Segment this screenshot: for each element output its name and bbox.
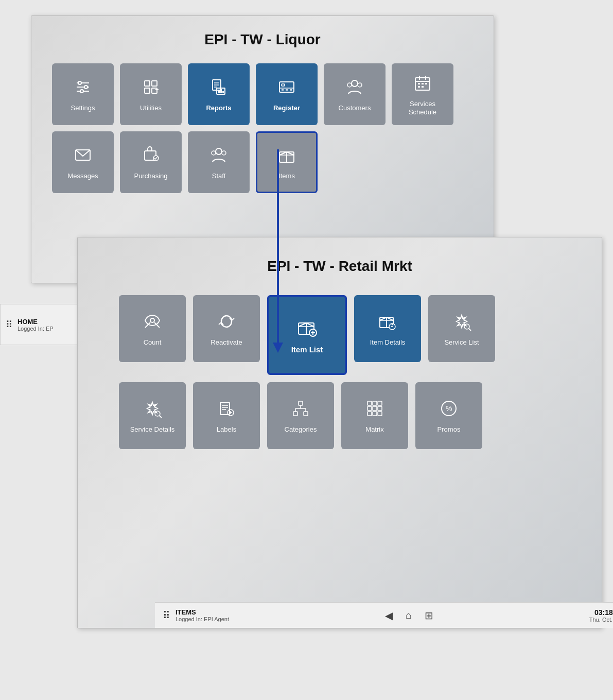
customers-icon	[344, 77, 365, 100]
status-time-area: 03:18:24 PM Thu. Oct. 13, 2022	[589, 608, 613, 623]
svg-point-3	[78, 81, 81, 84]
customers-label: Customers	[339, 104, 371, 112]
grid-icon[interactable]: ⊞	[425, 609, 433, 622]
register-icon	[276, 77, 297, 100]
tile-promos[interactable]: % Promos	[415, 382, 482, 449]
tile-service-list[interactable]: Service List	[428, 295, 495, 362]
purchasing-icon	[141, 145, 161, 168]
tile-reactivate[interactable]: Reactivate	[193, 295, 260, 362]
tile-messages[interactable]: Messages	[52, 131, 114, 193]
reports-label: Reports	[206, 104, 231, 112]
tile-matrix[interactable]: Matrix	[341, 382, 408, 449]
bottom-sidebar-dots-icon[interactable]: ⠿	[163, 609, 170, 622]
svg-rect-84	[367, 406, 372, 411]
tile-items[interactable]: Items	[256, 131, 318, 193]
svg-rect-36	[418, 86, 420, 88]
tile-settings[interactable]: Settings	[52, 63, 114, 125]
sidebar-text: HOME Logged In: EP	[17, 318, 54, 332]
tile-count[interactable]: Count	[119, 295, 186, 362]
svg-rect-23	[282, 89, 284, 91]
retail-window: EPI - TW - Retail Mrkt Count	[77, 237, 602, 628]
home-icon[interactable]: ⌂	[406, 609, 412, 621]
svg-point-62	[392, 323, 393, 325]
bottom-logged: Logged In: EPI Agent	[176, 616, 229, 622]
item-list-label: Item List	[291, 345, 323, 354]
staff-label: Staff	[212, 172, 226, 180]
time-display: 03:18:24 PM	[589, 608, 613, 617]
svg-line-64	[469, 329, 471, 331]
svg-rect-6	[145, 81, 150, 86]
svg-rect-67	[220, 402, 230, 415]
svg-rect-89	[378, 412, 382, 416]
tile-purchasing[interactable]: Purchasing	[120, 131, 182, 193]
svg-rect-83	[378, 401, 382, 405]
tile-item-details[interactable]: Item Details	[354, 295, 421, 362]
svg-rect-33	[418, 83, 420, 84]
back-icon[interactable]: ◀	[385, 609, 393, 622]
svg-point-5	[80, 90, 83, 93]
svg-rect-18	[220, 89, 222, 93]
utilities-label: Utilities	[140, 104, 162, 112]
svg-point-43	[222, 151, 226, 155]
settings-label: Settings	[71, 104, 95, 112]
tile-item-list[interactable]: Item List	[267, 295, 347, 375]
svg-point-65	[155, 411, 160, 416]
liquor-menu-grid: Settings Utilities	[31, 58, 494, 198]
svg-point-49	[150, 318, 154, 322]
tile-register[interactable]: Register	[256, 63, 318, 125]
service-list-label: Service List	[444, 338, 479, 347]
sidebar-dots-icon[interactable]: ⠿	[6, 319, 12, 330]
svg-rect-82	[373, 401, 377, 405]
svg-rect-19	[222, 91, 224, 93]
tile-service-details[interactable]: Service Details	[119, 382, 186, 449]
svg-rect-74	[299, 401, 303, 405]
svg-point-63	[464, 324, 469, 329]
svg-rect-75	[293, 412, 297, 416]
promos-icon: %	[439, 398, 459, 421]
tile-staff[interactable]: Staff	[188, 131, 250, 193]
svg-rect-9	[152, 88, 157, 93]
svg-rect-37	[422, 86, 424, 88]
tile-reports[interactable]: Reports	[188, 63, 250, 125]
liquor-title: EPI - TW - Liquor	[31, 16, 494, 58]
svg-point-28	[358, 83, 362, 87]
svg-rect-17	[218, 90, 220, 93]
tile-customers[interactable]: Customers	[324, 63, 386, 125]
tile-services-schedule[interactable]: Services Schedule	[392, 63, 453, 125]
item-details-icon	[377, 311, 398, 334]
svg-point-41	[216, 148, 222, 155]
svg-line-66	[160, 416, 162, 418]
svg-point-26	[352, 80, 358, 87]
count-icon	[142, 311, 163, 334]
register-label: Register	[273, 104, 300, 112]
sidebar-partial: ⠿ HOME Logged In: EP	[0, 304, 82, 345]
categories-label: Categories	[285, 425, 317, 434]
utilities-icon	[141, 77, 161, 100]
status-center-nav: ◀ ⌂ ⊞	[385, 609, 433, 622]
service-details-label: Service Details	[130, 425, 175, 434]
tile-utilities[interactable]: Utilities	[120, 63, 182, 125]
messages-label: Messages	[67, 172, 98, 180]
services-schedule-label: Services Schedule	[397, 100, 448, 116]
svg-rect-81	[367, 401, 372, 405]
purchasing-label: Purchasing	[134, 172, 167, 180]
svg-rect-35	[425, 83, 427, 84]
svg-text:%: %	[446, 404, 452, 413]
tile-categories[interactable]: Categories	[267, 382, 334, 449]
settings-icon	[73, 77, 93, 100]
svg-point-4	[84, 86, 87, 89]
reactivate-label: Reactivate	[211, 338, 242, 347]
service-list-icon	[451, 311, 472, 334]
status-right: 03:18:24 PM Thu. Oct. 13, 2022 🔓 ☰	[589, 608, 613, 623]
reports-icon	[208, 77, 229, 100]
bottom-section: ITEMS	[176, 608, 229, 616]
count-label: Count	[144, 338, 162, 347]
promos-label: Promos	[437, 425, 461, 434]
matrix-label: Matrix	[365, 425, 383, 434]
messages-icon	[73, 145, 93, 168]
tile-labels[interactable]: Labels	[193, 382, 260, 449]
retail-menu-grid: Count Reactivate	[78, 290, 602, 454]
labels-label: Labels	[217, 425, 236, 434]
bottom-status-bar: ⠿ ITEMS Logged In: EPI Agent ◀ ⌂ ⊞ 03:18…	[155, 602, 613, 628]
matrix-icon	[364, 398, 385, 421]
